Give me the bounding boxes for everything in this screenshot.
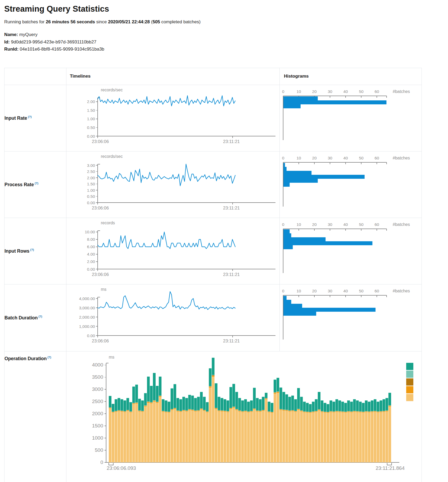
running-duration: 26 minutes 56 seconds <box>46 19 95 24</box>
operation-duration-chart-cell: ms0500100015002000250030003500400023:06:… <box>66 351 422 482</box>
operation-duration-help-icon[interactable]: (?) <box>47 356 51 359</box>
legend-swatch <box>406 363 413 370</box>
svg-text:#batches: #batches <box>393 156 410 160</box>
page-title: Streaming Query Statistics <box>4 4 444 14</box>
process-rate-help-icon[interactable]: (?) <box>35 182 38 185</box>
input-rate-label: Input Rate <box>4 115 27 120</box>
input-rows-histogram-cell: 0102030405060#batches <box>280 218 422 284</box>
svg-text:0.00: 0.00 <box>87 333 95 338</box>
svg-text:1000: 1000 <box>92 435 103 441</box>
statistics-table: Timelines Histograms Input Rate(?) recor… <box>4 68 422 482</box>
svg-text:23:06:06: 23:06:06 <box>92 338 109 343</box>
svg-text:23:06:06: 23:06:06 <box>92 139 109 144</box>
svg-text:50: 50 <box>359 289 364 293</box>
svg-text:23:06:06.093: 23:06:06.093 <box>107 465 136 471</box>
legend-swatch <box>406 394 413 401</box>
svg-text:0: 0 <box>100 459 103 465</box>
query-id-label: Id: <box>4 39 10 44</box>
table-row-input-rows: Input Rows(?) records0.002.004.006.008.0… <box>4 218 422 284</box>
svg-text:0: 0 <box>282 89 284 94</box>
query-meta: Name: myQuery Id: 9d0dd219-995d-423e-b97… <box>4 31 444 53</box>
svg-text:3500: 3500 <box>92 374 103 380</box>
timeline-svg: records/sec0.000.501.001.502.002.503.002… <box>66 151 279 217</box>
input-rows-label: Input Rows <box>4 248 29 253</box>
batch-duration-histogram-chart: 0102030405060#batches <box>280 284 422 351</box>
svg-text:40: 40 <box>343 89 348 94</box>
timeline-svg: records0.002.004.006.008.0010.0023:06:06… <box>66 218 279 284</box>
svg-text:2,000.00: 2,000.00 <box>79 315 95 319</box>
svg-text:1,000.00: 1,000.00 <box>79 324 95 328</box>
svg-text:#batches: #batches <box>393 289 410 293</box>
histogram-svg: 0102030405060#batches <box>280 284 422 351</box>
batch-duration-timeline-chart: ms0.001,000.002,000.003,000.004,000.0023… <box>66 284 279 350</box>
input-rate-help-icon[interactable]: (?) <box>28 115 32 118</box>
svg-text:60: 60 <box>374 222 379 227</box>
svg-text:50: 50 <box>359 89 364 94</box>
svg-text:500: 500 <box>95 447 103 453</box>
input-rate-timeline-cell: records/sec0.000.501.001.502.0023:06:062… <box>66 85 280 151</box>
svg-text:1.00: 1.00 <box>87 117 95 121</box>
svg-text:10: 10 <box>296 89 301 94</box>
batch-duration-timeline-cell: ms0.001,000.002,000.003,000.004,000.0023… <box>66 284 280 351</box>
batch-duration-histogram-cell: 0102030405060#batches <box>280 284 422 351</box>
svg-text:1.00: 1.00 <box>87 188 95 192</box>
svg-text:50: 50 <box>359 156 364 160</box>
query-runid-value: 04e101e6-8bf8-4165-9099-9104c951ba3b <box>20 47 105 52</box>
process-rate-histogram-cell: 0102030405060#batches <box>280 151 422 218</box>
svg-text:10: 10 <box>296 222 301 227</box>
svg-text:2.00: 2.00 <box>87 259 95 264</box>
input-rows-timeline-cell: records0.002.004.006.008.0010.0023:06:06… <box>66 218 280 284</box>
svg-text:6.00: 6.00 <box>87 244 95 249</box>
svg-text:30: 30 <box>328 222 332 227</box>
operation-duration-label: Operation Duration <box>4 356 47 361</box>
query-name-value: myQuery <box>19 32 38 37</box>
svg-text:20: 20 <box>312 89 317 94</box>
running-prefix: Running batches for <box>4 19 46 24</box>
svg-text:23:11:21: 23:11:21 <box>223 272 240 277</box>
svg-text:40: 40 <box>343 289 348 293</box>
legend <box>406 363 413 401</box>
svg-text:3.00: 3.00 <box>87 163 95 167</box>
query-name-label: Name: <box>4 32 18 37</box>
timeline-svg: ms0.001,000.002,000.003,000.004,000.0023… <box>66 284 279 350</box>
svg-text:4,000.00: 4,000.00 <box>79 296 95 301</box>
row-label-input-rate: Input Rate(?) <box>4 85 66 151</box>
svg-text:30: 30 <box>328 89 332 94</box>
running-open-paren: ( <box>150 19 152 24</box>
svg-text:4.00: 4.00 <box>87 252 95 256</box>
input-rows-timeline-chart: records0.002.004.006.008.0010.0023:06:06… <box>66 218 279 284</box>
table-row-operation-duration: Operation Duration(?) ms0500100015002000… <box>4 351 422 482</box>
svg-text:2.00: 2.00 <box>87 175 95 180</box>
input-rate-histogram-chart: 0102030405060#batches <box>280 85 422 151</box>
table-row-batch-duration: Batch Duration(?) ms0.001,000.002,000.00… <box>4 284 422 351</box>
legend-swatch <box>406 371 413 378</box>
process-rate-histogram-chart: 0102030405060#batches <box>280 151 422 218</box>
svg-text:0.50: 0.50 <box>87 125 95 130</box>
table-header-row: Timelines Histograms <box>4 68 422 85</box>
input-rate-histogram-cell: 0102030405060#batches <box>280 85 422 151</box>
running-start-time: 2020/05/21 22:44:28 <box>108 19 150 24</box>
svg-text:0: 0 <box>282 289 284 293</box>
streaming-query-statistics-page: Streaming Query Statistics Running batch… <box>0 4 448 482</box>
svg-text:records/sec: records/sec <box>101 154 123 159</box>
svg-text:8.00: 8.00 <box>87 237 95 242</box>
input-rate-timeline-chart: records/sec0.000.501.001.502.0023:06:062… <box>66 85 279 151</box>
svg-text:23:06:06: 23:06:06 <box>92 272 109 277</box>
svg-text:1.50: 1.50 <box>87 108 95 112</box>
svg-text:2.00: 2.00 <box>87 99 95 104</box>
histogram-svg: 0102030405060#batches <box>280 151 422 218</box>
header-timelines: Timelines <box>66 68 280 85</box>
input-rows-help-icon[interactable]: (?) <box>30 248 34 251</box>
header-histograms: Histograms <box>280 68 422 85</box>
histogram-svg: 0102030405060#batches <box>280 85 422 151</box>
svg-text:records/sec: records/sec <box>101 88 123 92</box>
svg-text:3,000.00: 3,000.00 <box>79 305 95 310</box>
process-rate-timeline-chart: records/sec0.000.501.001.502.002.503.002… <box>66 151 279 217</box>
svg-text:1500: 1500 <box>92 423 103 429</box>
svg-text:1.50: 1.50 <box>87 182 95 186</box>
svg-text:20: 20 <box>312 222 317 227</box>
svg-text:23:11:21: 23:11:21 <box>223 139 240 144</box>
query-runid-label: RunId: <box>4 47 19 52</box>
batch-duration-help-icon[interactable]: (?) <box>38 315 42 318</box>
svg-text:30: 30 <box>328 156 332 160</box>
